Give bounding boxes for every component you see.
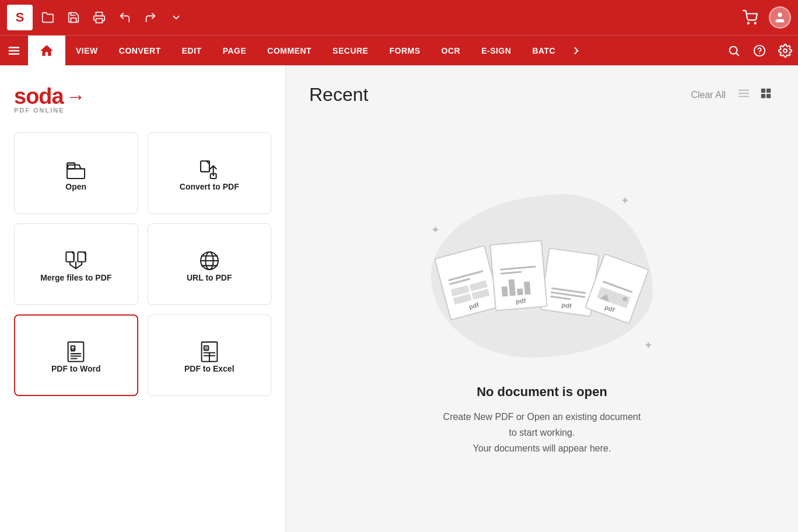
- action-open-label: Open: [65, 181, 86, 193]
- toolbar-more-button[interactable]: [166, 7, 187, 28]
- doc-label-2: pdf: [516, 297, 526, 304]
- main-content: soda → PDF ONLINE Open: [0, 65, 798, 532]
- logo-arrow: →: [66, 85, 85, 108]
- action-pdf-excel-label: PDF to Excel: [184, 363, 235, 375]
- undo-icon: [118, 11, 131, 24]
- undo-button[interactable]: [114, 7, 135, 28]
- svg-rect-41: [766, 93, 771, 97]
- svg-text:X: X: [205, 346, 208, 351]
- app-logo-box: S: [7, 5, 33, 30]
- svg-point-11: [783, 49, 787, 52]
- save-icon: [67, 11, 80, 24]
- left-panel: soda → PDF ONLINE Open: [0, 65, 286, 532]
- action-pdf-word[interactable]: W PDF to Word: [14, 314, 138, 396]
- action-pdf-word-label: PDF to Word: [51, 363, 101, 375]
- nav-item-page[interactable]: PAGE: [212, 36, 257, 65]
- empty-title: No document is open: [477, 384, 607, 400]
- redo-button[interactable]: [140, 7, 161, 28]
- action-url[interactable]: URL to PDF: [148, 223, 272, 305]
- search-icon: [727, 44, 740, 57]
- empty-state: ✦ ✦ ✦: [309, 120, 775, 513]
- svg-rect-40: [761, 93, 765, 97]
- home-nav-button[interactable]: [28, 36, 65, 65]
- settings-nav-button[interactable]: [772, 36, 798, 66]
- nav-item-convert[interactable]: CONVERT: [108, 36, 172, 65]
- save-button[interactable]: [63, 7, 84, 28]
- action-grid: Open Convert to PDF: [14, 132, 271, 396]
- help-icon: [753, 44, 766, 57]
- svg-point-3: [778, 13, 782, 17]
- nav-menu: VIEW CONVERT EDIT PAGE COMMENT SECURE FO…: [0, 35, 798, 65]
- action-merge[interactable]: Merge files to PDF: [14, 223, 138, 305]
- nav-item-forms[interactable]: FORMS: [379, 36, 430, 65]
- svg-point-2: [755, 23, 756, 24]
- nav-more-button[interactable]: [566, 36, 587, 65]
- nav-item-view[interactable]: VIEW: [65, 36, 108, 65]
- sparkle-2: ✦: [431, 223, 440, 236]
- open-icon: [64, 158, 88, 181]
- recent-header: Recent Clear All: [309, 84, 775, 106]
- cart-wrapper: [738, 6, 762, 29]
- doc-label-3: pdf: [561, 302, 572, 310]
- svg-rect-39: [766, 88, 771, 92]
- svg-rect-0: [96, 19, 103, 23]
- merge-icon: [64, 249, 88, 272]
- user-avatar[interactable]: [769, 6, 791, 29]
- list-view-icon: [737, 87, 750, 100]
- url-icon: [198, 249, 221, 272]
- action-convert[interactable]: Convert to PDF: [148, 132, 272, 214]
- nav-item-ocr[interactable]: OCR: [431, 36, 471, 65]
- nav-item-secure[interactable]: SECURE: [322, 36, 379, 65]
- list-view-button[interactable]: [735, 85, 752, 106]
- nav-item-esign[interactable]: E-SIGN: [471, 36, 522, 65]
- open-file-button[interactable]: [37, 7, 58, 28]
- print-icon: [93, 11, 106, 24]
- help-nav-button[interactable]: [747, 36, 772, 66]
- top-toolbar: S: [0, 0, 798, 35]
- empty-desc: Create New PDF or Open an existing docum…: [443, 409, 641, 457]
- nav-item-comment[interactable]: COMMENT: [257, 36, 322, 65]
- home-icon: [39, 43, 54, 58]
- folder-open-icon: [41, 11, 54, 24]
- settings-icon: [778, 44, 792, 58]
- redo-icon: [144, 11, 157, 24]
- user-icon: [774, 11, 786, 24]
- nav-right-icons: [721, 36, 798, 65]
- action-convert-label: Convert to PDF: [180, 181, 239, 193]
- pdf-docs-group: pdf: [440, 242, 644, 309]
- cart-icon: [743, 10, 758, 25]
- app-logo-letter: S: [16, 10, 24, 25]
- right-panel: Recent Clear All ✦: [286, 65, 798, 532]
- action-url-label: URL to PDF: [187, 272, 232, 284]
- toolbar-right: [738, 6, 791, 29]
- logo-name: soda: [14, 84, 64, 109]
- sparkle-3: ✦: [644, 339, 653, 352]
- sparkle-1: ✦: [621, 194, 629, 207]
- grid-view-icon: [760, 87, 772, 100]
- svg-rect-38: [761, 88, 765, 92]
- soda-logo: soda → PDF ONLINE: [14, 84, 271, 114]
- nav-item-edit[interactable]: EDIT: [172, 36, 212, 65]
- svg-line-8: [736, 53, 738, 55]
- svg-point-1: [748, 23, 749, 24]
- action-pdf-excel[interactable]: X PDF to Excel: [148, 314, 272, 396]
- clear-all-button[interactable]: Clear All: [691, 90, 726, 100]
- action-open[interactable]: Open: [14, 132, 138, 214]
- word-icon: W: [64, 340, 88, 363]
- chevron-down-icon: [171, 12, 181, 23]
- hamburger-button[interactable]: [0, 36, 28, 65]
- pdf-doc-2: pdf: [489, 240, 548, 312]
- chevron-right-icon: [570, 45, 582, 57]
- grid-view-button[interactable]: [757, 85, 775, 106]
- search-nav-button[interactable]: [721, 36, 747, 66]
- svg-text:W: W: [72, 346, 76, 352]
- view-toggle: [735, 85, 775, 106]
- cart-button[interactable]: [738, 6, 762, 29]
- nav-item-batch[interactable]: BATC: [522, 36, 566, 65]
- empty-illustration: ✦ ✦ ✦: [419, 177, 664, 375]
- recent-title: Recent: [309, 84, 691, 106]
- doc-label-1: pdf: [468, 301, 480, 310]
- print-button[interactable]: [89, 7, 110, 28]
- logo-sub: PDF ONLINE: [14, 107, 271, 114]
- excel-icon: X: [198, 340, 221, 363]
